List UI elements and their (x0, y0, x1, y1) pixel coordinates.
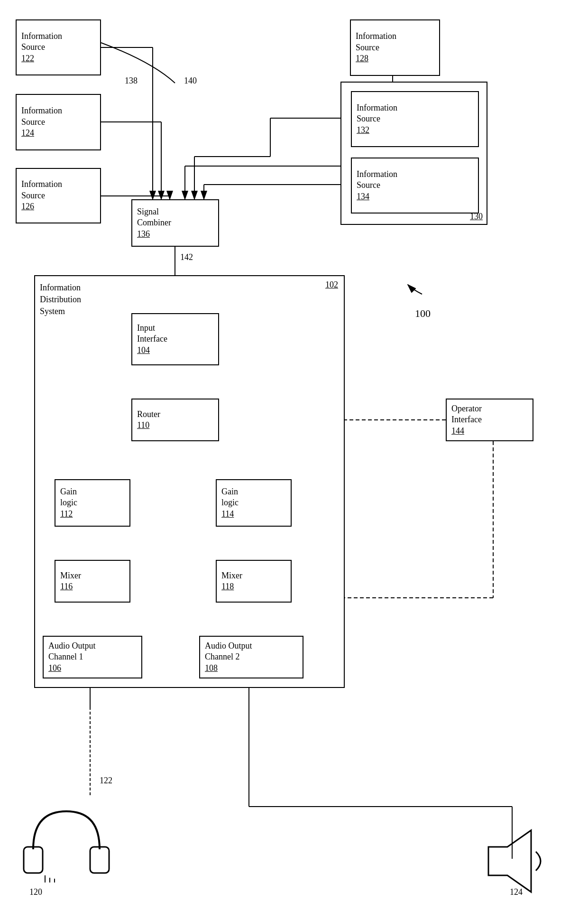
label-142: 142 (180, 252, 193, 262)
label-122-audio: 122 (100, 776, 112, 786)
info-source-126-label: Information Source (21, 179, 62, 201)
info-source-128-ref: 128 (356, 53, 368, 64)
speaker-icon (474, 826, 555, 897)
audio-output-ch1: Audio Output Channel 1 106 (43, 636, 142, 678)
audio-output-ch2: Audio Output Channel 2 108 (199, 636, 303, 678)
headphones-icon (19, 802, 114, 882)
info-source-122-label: Information Source (21, 31, 62, 53)
signal-combiner-ref: 136 (137, 229, 150, 240)
info-source-134: Information Source 134 (351, 158, 479, 214)
gain-logic-114-label: Gain logic (221, 486, 239, 509)
mixer-118-ref: 118 (221, 581, 234, 592)
info-source-124: Information Source 124 (16, 94, 101, 150)
ref-102: 102 (325, 280, 338, 290)
gain-logic-112-label: Gain logic (60, 486, 77, 509)
info-source-128-label: Information Source (356, 31, 396, 53)
label-100: 100 (415, 307, 431, 320)
router: Router 110 (131, 399, 219, 441)
info-source-122: Information Source 122 (16, 19, 101, 75)
info-source-132: Information Source 132 (351, 91, 479, 147)
info-source-134-ref: 134 (357, 191, 369, 202)
signal-combiner-label: Signal Combiner (137, 206, 171, 229)
ids-label: InformationDistributionSystem (40, 282, 81, 318)
gain-logic-112: Gain logic 112 (55, 479, 130, 527)
gain-logic-114: Gain logic 114 (216, 479, 292, 527)
ref-130-label: 130 (470, 212, 483, 222)
mixer-116-label: Mixer (60, 570, 81, 581)
info-source-132-ref: 132 (357, 125, 369, 136)
svg-rect-43 (90, 847, 109, 873)
info-source-132-label: Information Source (357, 102, 397, 125)
label-140: 140 (184, 76, 197, 86)
gain-logic-114-ref: 114 (221, 509, 234, 520)
info-source-128: Information Source 128 (350, 19, 440, 76)
audio-ch2-ref: 108 (205, 663, 218, 674)
mixer-118-label: Mixer (221, 570, 242, 581)
operator-interface: Operator Interface 144 (446, 399, 533, 441)
info-source-122-ref: 122 (21, 53, 34, 64)
svg-marker-47 (488, 830, 531, 892)
mixer-118: Mixer 118 (216, 560, 292, 603)
info-source-124-ref: 124 (21, 128, 34, 139)
svg-rect-42 (24, 847, 43, 873)
operator-ref: 144 (451, 426, 464, 436)
label-138: 138 (125, 76, 138, 86)
audio-ch1-label: Audio Output Channel 1 (48, 641, 96, 663)
mixer-116-ref: 116 (60, 581, 73, 592)
mixer-116: Mixer 116 (55, 560, 130, 603)
input-interface-ref: 104 (137, 345, 150, 356)
input-interface: Input Interface 104 (131, 313, 219, 365)
info-source-134-label: Information Source (357, 169, 397, 191)
audio-ch1-ref: 106 (48, 663, 61, 674)
input-interface-label: Input Interface (137, 323, 167, 345)
audio-ch2-label: Audio Output Channel 2 (205, 641, 252, 663)
gain-logic-112-ref: 112 (60, 509, 73, 520)
signal-combiner: Signal Combiner 136 (131, 199, 219, 247)
info-source-124-label: Information Source (21, 105, 62, 128)
label-120: 120 (29, 887, 42, 897)
router-label: Router (137, 409, 160, 420)
router-ref: 110 (137, 420, 149, 431)
info-source-126-ref: 126 (21, 201, 34, 212)
info-source-126: Information Source 126 (16, 168, 101, 223)
info-source-130-outer: Information Source 132 Information Sourc… (340, 82, 487, 225)
operator-label: Operator Interface (451, 403, 482, 426)
